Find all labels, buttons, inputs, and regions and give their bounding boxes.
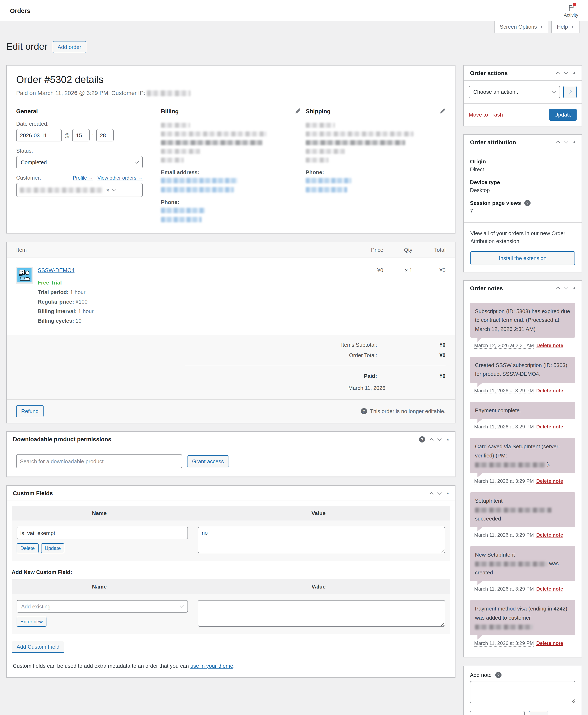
help-icon[interactable]: ?	[419, 436, 425, 442]
order-note: Payment method visa (ending in 4242) was…	[470, 600, 575, 646]
new-custom-field-value-textarea[interactable]	[198, 600, 445, 627]
date-created-input[interactable]	[16, 129, 62, 142]
order-note-bubble: Subscription (ID: 5303) has expired due …	[470, 302, 575, 338]
move-down-icon[interactable]	[564, 70, 568, 75]
delete-note-link[interactable]: Delete note	[537, 640, 563, 646]
downloadable-search-input[interactable]	[16, 454, 182, 468]
add-new-custom-field-heading: Add New Custom Field:	[12, 569, 450, 575]
custom-fields-help-text: Custom fields can be used to add extra m…	[12, 663, 450, 669]
shipping-phone-label: Phone:	[306, 169, 445, 175]
delete-note-link[interactable]: Delete note	[537, 532, 563, 538]
redacted-text	[475, 462, 545, 467]
breadcrumb-orders: Orders	[10, 7, 30, 14]
update-custom-field-button[interactable]: Update	[41, 543, 64, 553]
order-action-select[interactable]: Choose an action...	[469, 86, 560, 98]
add-note-textarea[interactable]	[470, 681, 575, 703]
collapse-icon[interactable]: ▲	[572, 286, 576, 290]
page: Orders Activity Screen Options▼ Help▼ Ed…	[0, 0, 588, 715]
add-custom-field-button[interactable]: Add Custom Field	[12, 641, 64, 653]
customer-select[interactable]: ×	[16, 183, 143, 197]
billing-address-redacted	[161, 123, 301, 163]
view-other-orders-link[interactable]: View other orders →	[98, 175, 143, 181]
panel-title: Order actions	[470, 69, 508, 76]
item-meta: Billing cycles: 10	[38, 318, 346, 324]
grant-access-button[interactable]: Grant access	[187, 455, 229, 467]
move-up-icon[interactable]	[556, 141, 560, 145]
order-note-date: March 11, 2026 at 3:29 PM	[474, 532, 534, 538]
move-up-icon[interactable]	[556, 287, 560, 291]
hour-input[interactable]	[72, 129, 90, 142]
redacted-email-link[interactable]	[161, 178, 238, 183]
add-order-button[interactable]: Add order	[52, 41, 86, 53]
clear-icon[interactable]: ×	[106, 187, 109, 193]
origin-label: Origin	[470, 158, 575, 165]
screen-options-tab[interactable]: Screen Options▼	[495, 21, 549, 33]
refund-button[interactable]: Refund	[16, 405, 44, 417]
delete-note-link[interactable]: Delete note	[537, 478, 563, 484]
order-note-date: March 11, 2026 at 3:29 PM	[474, 424, 534, 430]
move-up-icon[interactable]	[429, 492, 434, 496]
chevron-down-icon	[112, 187, 116, 191]
paid-value: ¥0	[377, 373, 445, 379]
delete-note-link[interactable]: Delete note	[537, 342, 563, 349]
delete-note-link[interactable]: Delete note	[537, 586, 563, 592]
custom-fields-header: Name Value	[12, 580, 450, 594]
page-head: Edit order Add order	[0, 35, 588, 60]
help-icon[interactable]: ?	[524, 200, 530, 206]
move-up-icon[interactable]	[556, 72, 560, 76]
install-extension-button[interactable]: Install the extension	[470, 251, 575, 265]
order-note-date: March 12, 2026 at 2:31 AM	[474, 342, 534, 349]
apply-action-button[interactable]	[563, 86, 576, 98]
enter-new-button[interactable]: Enter new	[17, 617, 46, 627]
use-in-theme-link[interactable]: use in your theme	[190, 663, 233, 669]
item-meta: Trial period: 1 hour	[38, 289, 346, 295]
panel-title: Downloadable product permissions	[13, 436, 111, 443]
collapse-icon[interactable]: ▲	[446, 437, 450, 441]
add-existing-select[interactable]: Add existing	[17, 600, 188, 613]
update-button[interactable]: Update	[549, 108, 576, 121]
move-to-trash-link[interactable]: Move to Trash	[469, 111, 503, 118]
status-select[interactable]: Completed	[16, 156, 143, 168]
custom-field-value-textarea[interactable]: no	[198, 527, 445, 553]
custom-fields-header: Name Value	[12, 506, 450, 521]
delete-note-link[interactable]: Delete note	[537, 424, 563, 430]
redacted-phone-link[interactable]	[306, 187, 347, 192]
move-down-icon[interactable]	[437, 437, 442, 441]
move-up-icon[interactable]	[429, 438, 434, 442]
customer-label: Customer:	[16, 175, 41, 181]
delete-note-link[interactable]: Delete note	[537, 388, 563, 394]
move-down-icon[interactable]	[437, 490, 442, 495]
collapse-icon[interactable]: ▲	[572, 140, 576, 144]
custom-field-name-input[interactable]	[17, 527, 188, 539]
help-tab[interactable]: Help▼	[551, 21, 580, 33]
redacted-phone-link[interactable]	[161, 217, 202, 222]
items-table-header: Item Price Qty Total	[7, 242, 455, 258]
device-type-value: Desktop	[470, 187, 575, 193]
order-note: Subscription (ID: 5303) has expired due …	[470, 302, 575, 349]
minute-input[interactable]	[96, 129, 114, 142]
redacted-phone-link[interactable]	[161, 208, 205, 213]
order-details-panel: Order #5302 details Paid on March 11, 20…	[6, 65, 456, 233]
redacted-phone-link[interactable]	[306, 178, 351, 183]
delete-custom-field-button[interactable]: Delete	[17, 543, 38, 553]
move-down-icon[interactable]	[564, 140, 568, 144]
redacted-email-link[interactable]	[161, 187, 234, 192]
product-thumbnail	[16, 267, 33, 284]
profile-link[interactable]: Profile →	[73, 175, 93, 181]
order-note: New SetupIntent was created March 11, 20…	[470, 546, 575, 592]
order-note-bubble: Created SSSW subscription (ID: 5303) for…	[470, 357, 575, 383]
edit-shipping-icon[interactable]	[440, 108, 445, 114]
edit-billing-icon[interactable]	[295, 108, 301, 114]
add-note-button[interactable]: Add	[529, 711, 548, 715]
activity-button[interactable]: Activity	[564, 3, 578, 17]
flag-icon	[567, 3, 575, 12]
order-note: Created SSSW subscription (ID: 5303) for…	[470, 357, 575, 394]
product-link[interactable]: SSSW-DEMO4	[38, 267, 75, 273]
collapse-icon[interactable]: ▲	[572, 71, 576, 75]
attribution-promo: View all of your orders in our new Order…	[464, 222, 582, 271]
collapse-icon[interactable]: ▲	[446, 491, 450, 495]
note-type-select[interactable]: Private note	[470, 711, 525, 715]
help-icon[interactable]: ?	[495, 672, 502, 678]
order-total-label: Order Total:	[349, 352, 377, 358]
move-down-icon[interactable]	[564, 286, 568, 290]
